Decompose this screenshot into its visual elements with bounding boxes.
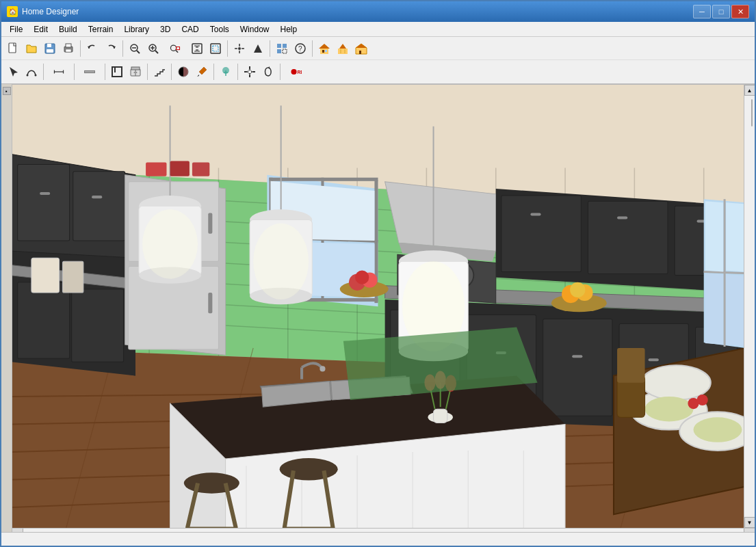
close-button[interactable]: ✕ bbox=[731, 5, 749, 18]
svg-rect-21 bbox=[277, 44, 281, 48]
svg-point-140 bbox=[253, 224, 309, 299]
scroll-up-button[interactable]: ▲ bbox=[744, 85, 755, 96]
svg-rect-0 bbox=[9, 43, 16, 53]
svg-rect-125 bbox=[649, 358, 659, 361]
svg-rect-89 bbox=[18, 282, 70, 358]
svg-point-20 bbox=[238, 47, 241, 50]
svg-rect-24 bbox=[283, 49, 287, 53]
svg-rect-3 bbox=[47, 49, 53, 53]
svg-rect-16 bbox=[177, 46, 180, 49]
paint-tool-button[interactable] bbox=[193, 63, 211, 81]
open-button[interactable] bbox=[23, 40, 40, 57]
menu-library[interactable]: Library bbox=[118, 23, 155, 36]
zoom-region-button[interactable] bbox=[207, 40, 224, 57]
svg-point-172 bbox=[355, 271, 369, 284]
svg-rect-22 bbox=[283, 44, 287, 48]
svg-rect-45 bbox=[131, 67, 140, 70]
ruler-corner: ▪ bbox=[3, 87, 11, 95]
pan-button[interactable] bbox=[231, 40, 248, 57]
svg-rect-19 bbox=[213, 46, 218, 51]
svg-line-9 bbox=[137, 51, 140, 53]
move-tool-button[interactable] bbox=[241, 63, 259, 81]
svg-point-198 bbox=[280, 458, 338, 480]
title-bar: 🏠 Home Designer ─ □ ✕ bbox=[1, 1, 755, 22]
polyline-tool-button[interactable] bbox=[23, 63, 40, 81]
select-tool-button[interactable] bbox=[4, 63, 22, 81]
stairs-tool-button[interactable] bbox=[151, 63, 168, 81]
svg-rect-206 bbox=[192, 162, 209, 176]
menu-window[interactable]: Window bbox=[235, 23, 275, 36]
svg-rect-112 bbox=[530, 213, 540, 215]
minimize-button[interactable]: ─ bbox=[693, 5, 711, 18]
room-tool-button[interactable] bbox=[108, 63, 126, 81]
svg-point-14 bbox=[170, 45, 176, 51]
window-controls: ─ □ ✕ bbox=[693, 5, 749, 18]
house1-button[interactable] bbox=[315, 40, 333, 57]
house3-button[interactable] bbox=[352, 40, 370, 57]
scroll-down-button[interactable]: ▼ bbox=[744, 517, 755, 528]
redo-button[interactable] bbox=[102, 40, 120, 57]
app-icon: 🏠 bbox=[7, 6, 18, 17]
svg-rect-2 bbox=[47, 44, 51, 47]
main-window: 🏠 Home Designer ─ □ ✕ File Edit Build Te… bbox=[0, 0, 756, 547]
svg-point-33 bbox=[35, 75, 37, 77]
svg-marker-190 bbox=[705, 201, 723, 271]
material-tool-button[interactable] bbox=[174, 63, 192, 81]
viewport[interactable] bbox=[12, 85, 744, 528]
record-button[interactable]: REC bbox=[283, 63, 308, 81]
svg-rect-202 bbox=[31, 258, 60, 293]
terrain-tool-button[interactable] bbox=[217, 63, 235, 81]
viewport-scroll-area: ▲ ▼ bbox=[12, 85, 755, 528]
svg-rect-30 bbox=[338, 49, 348, 54]
svg-rect-86 bbox=[40, 192, 50, 195]
menu-edit[interactable]: Edit bbox=[28, 23, 53, 36]
scroll-right-button[interactable]: ▶ bbox=[744, 529, 755, 532]
vertical-scrollbar[interactable]: ▲ ▼ bbox=[744, 85, 755, 528]
svg-point-43 bbox=[134, 72, 135, 73]
zoom-window-button[interactable] bbox=[163, 40, 187, 57]
cabinet-tool-button[interactable] bbox=[127, 63, 144, 81]
measure-tool-button[interactable] bbox=[47, 63, 71, 81]
svg-point-176 bbox=[570, 282, 585, 297]
svg-point-182 bbox=[693, 417, 742, 442]
horizontal-scrollbar[interactable]: ◀ ▶ bbox=[12, 528, 755, 532]
wall-tool-button[interactable] bbox=[77, 63, 102, 81]
svg-point-44 bbox=[136, 72, 138, 73]
svg-point-49 bbox=[291, 69, 296, 75]
object-select-button[interactable] bbox=[273, 40, 291, 57]
svg-rect-203 bbox=[63, 261, 83, 293]
svg-point-32 bbox=[27, 75, 29, 77]
svg-rect-84 bbox=[18, 165, 70, 241]
menu-help[interactable]: Help bbox=[274, 23, 302, 36]
menu-cad[interactable]: CAD bbox=[176, 23, 204, 36]
undo-button[interactable] bbox=[83, 40, 101, 57]
svg-rect-119 bbox=[543, 319, 612, 416]
zoom-in-button[interactable] bbox=[144, 40, 162, 57]
up-arrow-button[interactable] bbox=[249, 40, 267, 57]
menu-build[interactable]: Build bbox=[53, 23, 83, 36]
menu-file[interactable]: File bbox=[4, 23, 28, 36]
sep8 bbox=[105, 64, 105, 80]
svg-rect-96 bbox=[208, 293, 212, 313]
menu-3d[interactable]: 3D bbox=[155, 23, 176, 36]
house2-button[interactable] bbox=[334, 40, 352, 57]
help-button[interactable]: ? bbox=[291, 40, 309, 57]
new-button[interactable] bbox=[4, 40, 22, 57]
transform-tool-button[interactable] bbox=[259, 63, 277, 81]
status-bar bbox=[1, 532, 755, 546]
fit-button[interactable] bbox=[188, 40, 206, 57]
title-bar-left: 🏠 Home Designer bbox=[7, 6, 79, 17]
svg-rect-37 bbox=[85, 70, 95, 72]
menu-terrain[interactable]: Terrain bbox=[83, 23, 119, 36]
scroll-left-button[interactable]: ◀ bbox=[12, 529, 23, 532]
svg-point-135 bbox=[142, 209, 198, 278]
svg-rect-23 bbox=[277, 49, 281, 53]
sep12 bbox=[237, 64, 238, 80]
sep10 bbox=[171, 64, 172, 80]
zoom-out-button[interactable] bbox=[126, 40, 144, 57]
scroll-thumb-v[interactable] bbox=[751, 99, 753, 126]
print-button[interactable] bbox=[60, 40, 77, 57]
menu-tools[interactable]: Tools bbox=[205, 23, 235, 36]
save-button[interactable] bbox=[41, 40, 59, 57]
maximize-button[interactable]: □ bbox=[712, 5, 730, 18]
